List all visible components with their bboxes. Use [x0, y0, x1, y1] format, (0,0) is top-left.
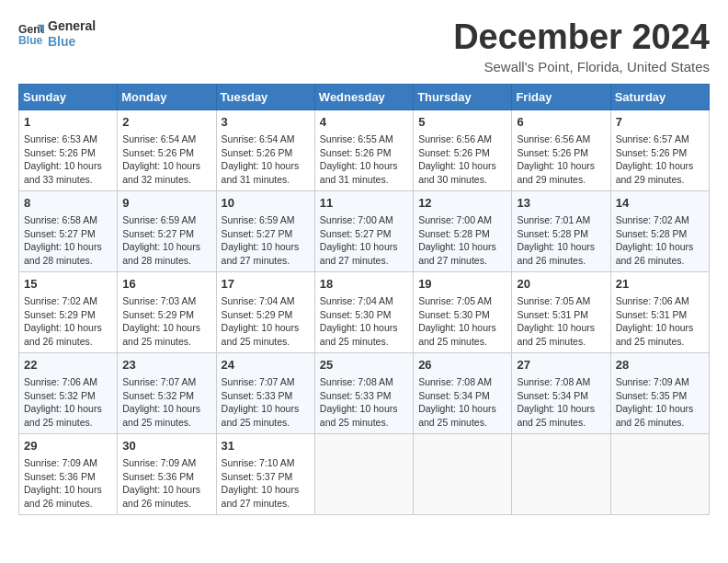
day-number: 14 [616, 195, 704, 212]
calendar-table: SundayMondayTuesdayWednesdayThursdayFrid… [18, 84, 710, 515]
day-number: 5 [418, 114, 506, 131]
day-info-line: Daylight: 10 hours [24, 483, 112, 497]
day-info-line: and 26 minutes. [24, 335, 112, 349]
day-info-line: Daylight: 10 hours [24, 240, 112, 254]
day-info-line: and 27 minutes. [418, 254, 506, 268]
day-number: 19 [418, 276, 506, 293]
day-info-line: Sunrise: 7:08 AM [418, 375, 506, 389]
calendar-week-row: 15Sunrise: 7:02 AMSunset: 5:29 PMDayligh… [19, 271, 710, 352]
calendar-day-cell: 31Sunrise: 7:10 AMSunset: 5:37 PMDayligh… [216, 433, 314, 514]
logo-icon: General Blue [18, 21, 44, 47]
day-info-line: Sunrise: 7:04 AM [320, 294, 408, 308]
day-info-line: Sunrise: 7:00 AM [418, 213, 506, 227]
day-info-line: Sunrise: 6:55 AM [320, 132, 408, 146]
calendar-day-cell: 18Sunrise: 7:04 AMSunset: 5:30 PMDayligh… [314, 271, 413, 352]
day-info-line: Daylight: 10 hours [222, 159, 310, 173]
day-info-line: and 25 minutes. [222, 416, 310, 430]
day-info-line: and 25 minutes. [222, 335, 310, 349]
calendar-day-cell [610, 433, 709, 514]
day-info-line: Sunset: 5:26 PM [517, 146, 605, 160]
day-info-line: Sunset: 5:27 PM [222, 227, 310, 241]
day-info-line: Sunrise: 6:56 AM [517, 132, 605, 146]
calendar-day-cell: 14Sunrise: 7:02 AMSunset: 5:28 PMDayligh… [610, 190, 709, 271]
day-info-line: and 25 minutes. [320, 416, 408, 430]
logo-line2: Blue [48, 34, 96, 50]
day-info-line: Sunrise: 6:56 AM [418, 132, 506, 146]
day-number: 27 [517, 357, 605, 373]
calendar-subtitle: Sewall's Point, Florida, United States [453, 59, 710, 75]
day-number: 8 [24, 195, 112, 212]
day-info-line: and 27 minutes. [222, 497, 310, 511]
day-info-line: and 32 minutes. [122, 173, 210, 187]
weekday-header: Monday [118, 84, 216, 109]
day-info-line: Sunrise: 7:10 AM [222, 456, 310, 470]
day-info-line: Daylight: 10 hours [418, 240, 506, 254]
day-info-line: Sunset: 5:29 PM [24, 308, 112, 322]
day-info-line: and 31 minutes. [222, 173, 310, 187]
day-info-line: and 29 minutes. [517, 173, 605, 187]
calendar-week-row: 8Sunrise: 6:58 AMSunset: 5:27 PMDaylight… [19, 190, 710, 271]
day-info-line: Sunset: 5:26 PM [24, 146, 112, 160]
day-info-line: and 25 minutes. [616, 335, 704, 349]
calendar-day-cell: 22Sunrise: 7:06 AMSunset: 5:32 PMDayligh… [19, 352, 118, 433]
day-info-line: Sunset: 5:28 PM [517, 227, 605, 241]
day-info-line: Daylight: 10 hours [517, 402, 605, 416]
calendar-day-cell: 29Sunrise: 7:09 AMSunset: 5:36 PMDayligh… [19, 433, 118, 514]
calendar-day-cell: 13Sunrise: 7:01 AMSunset: 5:28 PMDayligh… [512, 190, 610, 271]
day-number: 24 [222, 357, 310, 373]
day-info-line: Sunset: 5:37 PM [222, 470, 310, 484]
day-info-line: Daylight: 10 hours [616, 321, 704, 335]
day-info-line: Sunset: 5:36 PM [122, 470, 210, 484]
day-info-line: and 27 minutes. [320, 254, 408, 268]
logo-line1: General [48, 18, 96, 34]
day-info-line: Sunset: 5:33 PM [222, 389, 310, 403]
day-info-line: Sunset: 5:34 PM [418, 389, 506, 403]
day-number: 23 [122, 357, 210, 373]
day-info-line: Sunrise: 7:06 AM [24, 375, 112, 389]
day-info-line: Sunset: 5:28 PM [616, 227, 704, 241]
calendar-day-cell: 6Sunrise: 6:56 AMSunset: 5:26 PMDaylight… [512, 109, 610, 190]
day-info-line: Sunrise: 7:09 AM [122, 456, 210, 470]
day-info-line: Sunset: 5:31 PM [517, 308, 605, 322]
day-info-line: and 25 minutes. [418, 416, 506, 430]
day-number: 20 [517, 276, 605, 293]
day-info-line: Sunrise: 6:57 AM [616, 132, 704, 146]
day-info-line: Daylight: 10 hours [222, 240, 310, 254]
calendar-day-cell: 3Sunrise: 6:54 AMSunset: 5:26 PMDaylight… [216, 109, 314, 190]
day-info-line: Sunrise: 7:09 AM [616, 375, 704, 389]
weekday-header: Thursday [414, 84, 512, 109]
day-number: 10 [222, 195, 310, 212]
day-info-line: Sunset: 5:27 PM [122, 227, 210, 241]
calendar-day-cell [314, 433, 413, 514]
day-info-line: Sunset: 5:26 PM [418, 146, 506, 160]
day-info-line: Daylight: 10 hours [418, 159, 506, 173]
day-number: 1 [24, 114, 112, 131]
calendar-day-cell: 24Sunrise: 7:07 AMSunset: 5:33 PMDayligh… [216, 352, 314, 433]
calendar-day-cell: 21Sunrise: 7:06 AMSunset: 5:31 PMDayligh… [610, 271, 709, 352]
day-info-line: Daylight: 10 hours [122, 321, 210, 335]
day-info-line: Sunrise: 7:09 AM [24, 456, 112, 470]
day-info-line: and 25 minutes. [122, 416, 210, 430]
day-info-line: Daylight: 10 hours [320, 159, 408, 173]
day-number: 11 [320, 195, 408, 212]
day-info-line: Sunset: 5:26 PM [222, 146, 310, 160]
day-info-line: Daylight: 10 hours [320, 321, 408, 335]
day-info-line: Daylight: 10 hours [517, 240, 605, 254]
day-number: 13 [517, 195, 605, 212]
logo: General Blue General Blue [18, 18, 96, 50]
day-info-line: Sunrise: 6:54 AM [222, 132, 310, 146]
calendar-day-cell: 30Sunrise: 7:09 AMSunset: 5:36 PMDayligh… [118, 433, 216, 514]
day-info-line: Sunset: 5:33 PM [320, 389, 408, 403]
day-number: 7 [616, 114, 704, 131]
calendar-week-row: 29Sunrise: 7:09 AMSunset: 5:36 PMDayligh… [19, 433, 710, 514]
day-number: 4 [320, 114, 408, 131]
calendar-header-row: SundayMondayTuesdayWednesdayThursdayFrid… [19, 84, 710, 109]
calendar-day-cell: 10Sunrise: 6:59 AMSunset: 5:27 PMDayligh… [216, 190, 314, 271]
day-info-line: and 25 minutes. [24, 416, 112, 430]
day-info-line: Daylight: 10 hours [24, 159, 112, 173]
day-number: 15 [24, 276, 112, 293]
calendar-day-cell: 7Sunrise: 6:57 AMSunset: 5:26 PMDaylight… [610, 109, 709, 190]
day-info-line: Sunrise: 7:06 AM [616, 294, 704, 308]
calendar-day-cell: 5Sunrise: 6:56 AMSunset: 5:26 PMDaylight… [414, 109, 512, 190]
calendar-week-row: 22Sunrise: 7:06 AMSunset: 5:32 PMDayligh… [19, 352, 710, 433]
